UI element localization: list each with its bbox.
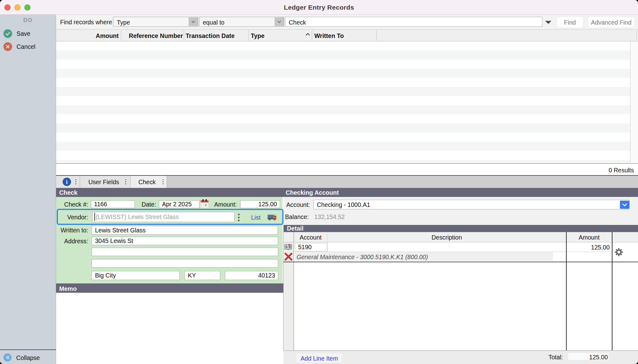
svg-text:i: i [66, 179, 67, 185]
